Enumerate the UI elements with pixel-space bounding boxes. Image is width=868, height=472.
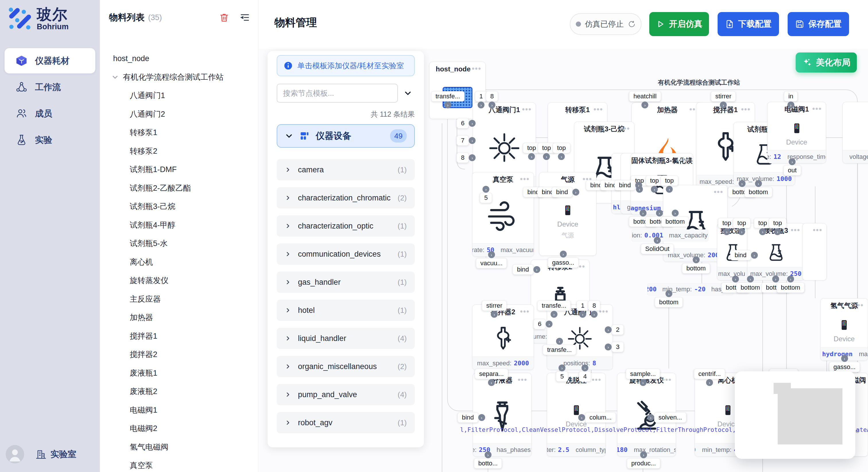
port-chip-gasso...[interactable]: gasso...› (829, 362, 860, 372)
port-dot-icon[interactable]: › (654, 237, 661, 244)
port-chip-bottom[interactable]: bottom› (682, 263, 710, 274)
port-chip-stirrer[interactable]: stirrer› (482, 301, 507, 311)
search-input[interactable] (277, 84, 398, 103)
port-dot-icon[interactable]: › (665, 290, 672, 297)
port-chip-top[interactable]: top› (661, 175, 678, 186)
port-chip-gasso...[interactable]: gasso...› (548, 258, 578, 268)
port-chip-transfe...[interactable]: transfe...› (431, 91, 464, 102)
node-menu-icon[interactable]: ••• (472, 64, 482, 73)
category-characterization_optic[interactable]: characterization_optic(1) (277, 215, 415, 237)
simulation-status-pill[interactable]: 仿真已停止 (570, 13, 642, 35)
port-dot-icon[interactable]: › (591, 311, 598, 318)
canvas-node-card[interactable]: •••voltage:12 (842, 102, 868, 164)
port-dot-icon[interactable]: › (469, 137, 476, 144)
port-dot-icon[interactable]: › (485, 451, 491, 458)
port-chip-transfe...[interactable]: transfe...› (537, 301, 570, 311)
port-dot-icon[interactable]: › (772, 276, 779, 282)
port-dot-icon[interactable]: › (560, 250, 567, 258)
node-menu-icon[interactable]: ••• (520, 175, 530, 183)
port-dot-icon[interactable]: › (582, 365, 588, 371)
node-menu-icon[interactable]: ••• (813, 226, 823, 235)
category-communication_devices[interactable]: communication_devices(1) (277, 243, 415, 265)
port-chip-bottom[interactable]: bottom› (661, 216, 689, 227)
tree-item[interactable]: 电磁阀2 (100, 419, 258, 438)
port-chip-1[interactable]: 1› (577, 301, 589, 311)
tree-item[interactable]: 真空泵 (100, 456, 258, 472)
node-menu-icon[interactable]: ••• (522, 105, 532, 114)
node-menu-icon[interactable]: ••• (592, 375, 601, 384)
port-dot-icon[interactable]: › (774, 228, 781, 235)
tree-item[interactable]: 搅拌器2 (100, 345, 258, 364)
port-dot-icon[interactable]: › (488, 379, 495, 386)
port-dot-icon[interactable]: › (647, 414, 654, 421)
port-dot-icon[interactable]: › (491, 311, 498, 318)
node-menu-icon[interactable]: ••• (854, 301, 864, 310)
tree-item[interactable]: 八通阀门2 (100, 105, 258, 124)
port-dot-icon[interactable]: › (556, 338, 563, 345)
port-dot-icon[interactable]: › (693, 256, 700, 263)
port-chip-top[interactable]: top› (769, 218, 786, 228)
port-chip-3[interactable]: 3› (612, 342, 624, 352)
port-chip-1[interactable]: 1› (475, 91, 487, 102)
download-config-button[interactable]: 下载配置 (718, 12, 779, 36)
port-chip-4[interactable]: 4› (579, 371, 591, 382)
tree-item[interactable]: 试剂瓶4-甲醇 (100, 216, 258, 235)
category-characterization_chromatic[interactable]: characterization_chromatic(2) (277, 187, 415, 208)
port-chip-transfe...[interactable]: transfe...› (543, 345, 576, 355)
category-organic_miscellaneous[interactable]: organic_miscellaneous(2) (277, 356, 415, 377)
port-chip-bind[interactable]: bind› (458, 412, 478, 423)
sidebar-item-0[interactable]: 仪器耗材 (5, 48, 95, 73)
port-dot-icon[interactable]: › (469, 154, 476, 161)
port-dot-icon[interactable]: › (789, 158, 796, 165)
port-dot-icon[interactable]: › (605, 343, 612, 350)
port-dot-icon[interactable]: › (635, 182, 642, 189)
save-config-button[interactable]: 保存配置 (787, 12, 849, 36)
category-camera[interactable]: camera(1) (277, 159, 415, 180)
sidebar-item-3[interactable]: 实验 (5, 127, 95, 153)
node-menu-icon[interactable]: ••• (621, 124, 630, 133)
port-chip-in[interactable]: in› (784, 91, 797, 102)
port-chip-sample...[interactable]: sample...› (626, 369, 660, 379)
port-dot-icon[interactable]: › (551, 311, 557, 318)
port-dot-icon[interactable]: › (640, 451, 647, 458)
avatar[interactable] (6, 445, 24, 463)
category-pump_and_valve[interactable]: pump_and_valve(4) (277, 384, 415, 405)
port-dot-icon[interactable]: › (483, 186, 489, 193)
node-menu-icon[interactable]: ••• (662, 375, 672, 384)
port-dot-icon[interactable]: › (489, 102, 495, 108)
port-chip-5[interactable]: 5› (480, 193, 492, 203)
category-gas_handler[interactable]: gas_handler(1) (277, 272, 415, 293)
collapse-list-icon[interactable] (240, 12, 250, 23)
port-dot-icon[interactable]: › (651, 186, 658, 193)
port-dot-icon[interactable]: › (478, 414, 485, 421)
tree-group-workstation[interactable]: 有机化学流程综合测试工作站 (100, 68, 258, 87)
node-menu-icon[interactable]: ••• (791, 226, 800, 235)
sidebar-item-2[interactable]: 成员 (5, 101, 95, 126)
collapse-panel-icon[interactable] (404, 89, 412, 98)
tree-item[interactable]: 加热器 (100, 308, 258, 327)
port-chip-bottom[interactable]: bottom› (655, 297, 683, 307)
port-chip-centrif...[interactable]: centrif...› (694, 369, 725, 379)
tree-item[interactable]: 电磁阀1 (100, 401, 258, 419)
tree-item[interactable]: 氢气电磁阀 (100, 438, 258, 457)
tree-item[interactable]: 八通阀门1 (100, 86, 258, 105)
category-hotel[interactable]: hotel(1) (277, 300, 415, 321)
port-chip-6[interactable]: 6› (534, 319, 546, 329)
port-dot-icon[interactable]: › (787, 102, 794, 108)
tree-item[interactable]: 试剂瓶5-水 (100, 234, 258, 253)
delete-icon[interactable] (219, 12, 229, 23)
port-dot-icon[interactable]: › (642, 102, 648, 108)
port-chip-7[interactable]: 7› (457, 135, 469, 146)
port-dot-icon[interactable]: › (477, 102, 485, 108)
tree-item[interactable]: 试剂瓶1-DMF (100, 160, 258, 179)
canvas-node-氢气气源[interactable]: 氢气气源•••Device_type:hydrogenmax_pre (820, 298, 868, 361)
node-menu-icon[interactable]: ••• (599, 307, 609, 316)
port-chip-separa...[interactable]: separa...› (475, 369, 508, 379)
refresh-icon[interactable] (628, 20, 636, 28)
port-chip-bottom[interactable]: bottom› (736, 282, 764, 293)
port-chip-bottom[interactable]: bottom› (776, 282, 804, 293)
port-dot-icon[interactable]: › (720, 102, 727, 108)
port-dot-icon[interactable]: › (488, 251, 495, 258)
port-chip-top[interactable]: top› (733, 218, 751, 228)
tree-item[interactable]: 主反应器 (100, 290, 258, 308)
